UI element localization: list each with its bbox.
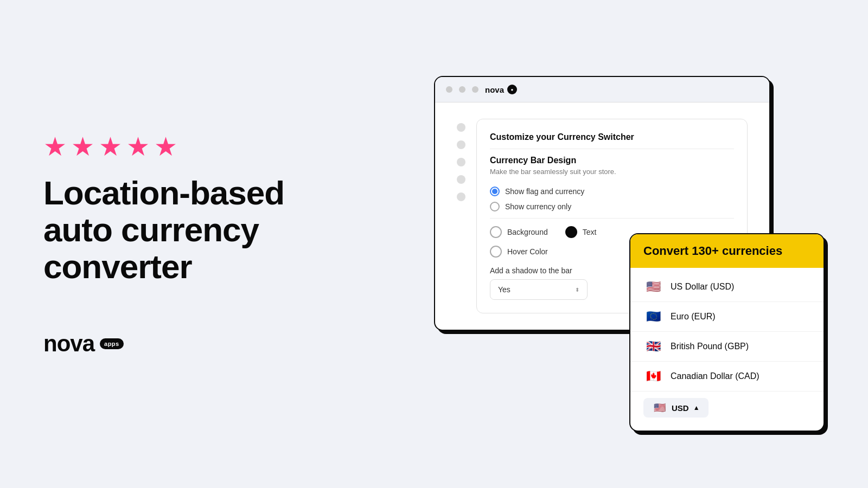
- hover-color-circle[interactable]: [490, 246, 502, 258]
- star-3: ★: [99, 131, 122, 162]
- browser-brand-badge: ●: [507, 85, 517, 94]
- flag-usd: 🇺🇸: [643, 280, 663, 294]
- dot-3: [472, 86, 478, 93]
- flag-eur: 🇪🇺: [643, 310, 663, 324]
- star-5: ★: [154, 131, 177, 162]
- bg-color-circle[interactable]: [490, 226, 502, 238]
- divider-mid: [490, 218, 734, 219]
- flag-selected: 🇺🇸: [652, 402, 667, 413]
- selected-currency-code: USD: [672, 403, 689, 413]
- currency-item-cad[interactable]: 🇨🇦 Canadian Dollar (CAD): [630, 362, 824, 391]
- section-title: Currency Bar Design: [490, 156, 734, 165]
- divider-top: [490, 149, 734, 149]
- shadow-select[interactable]: Yes ⬍: [490, 279, 588, 300]
- sidebar-dot-5: [457, 192, 465, 201]
- right-panel: nova ● Customize your Currency Switcher …: [434, 54, 825, 434]
- sidebar-dot-4: [457, 175, 465, 184]
- browser-brand-name: nova: [485, 85, 504, 94]
- sidebar-dot-2: [457, 140, 465, 149]
- currency-header: Convert 130+ currencies: [630, 234, 824, 268]
- star-1: ★: [43, 131, 67, 162]
- currency-name-eur: Euro (EUR): [671, 312, 716, 322]
- radio-flag-currency[interactable]: [490, 187, 500, 196]
- text-color-label: Text: [583, 228, 597, 236]
- dot-2: [459, 86, 465, 93]
- shadow-value: Yes: [498, 285, 510, 294]
- radio-row-2[interactable]: Show currency only: [490, 202, 734, 211]
- up-arrow-icon: ▲: [693, 404, 700, 412]
- currency-card: Convert 130+ currencies 🇺🇸 US Dollar (US…: [629, 233, 825, 432]
- sidebar-dot-1: [457, 123, 465, 132]
- star-4: ★: [126, 131, 150, 162]
- nova-logo: nova apps: [43, 331, 315, 357]
- currency-item-gbp[interactable]: 🇬🇧 British Pound (GBP): [630, 332, 824, 362]
- headline: Location-based auto currency converter: [43, 175, 315, 286]
- bg-color-label: Background: [507, 228, 548, 236]
- text-color-circle[interactable]: [565, 226, 577, 238]
- browser-brand: nova ●: [485, 85, 517, 94]
- flag-gbp: 🇬🇧: [643, 339, 663, 354]
- nova-logo-text: nova: [43, 331, 94, 357]
- select-arrows-icon: ⬍: [575, 287, 579, 293]
- radio-row-1[interactable]: Show flag and currency: [490, 187, 734, 196]
- section-subtitle: Make the bar seamlessly suit your store.: [490, 168, 734, 176]
- browser-topbar: nova ●: [435, 77, 769, 102]
- bg-color-item[interactable]: Background: [490, 226, 548, 238]
- currency-item-eur[interactable]: 🇪🇺 Euro (EUR): [630, 302, 824, 332]
- dot-1: [446, 86, 452, 93]
- radio-label-1: Show flag and currency: [505, 187, 584, 196]
- form-title: Customize your Currency Switcher: [490, 132, 734, 142]
- currency-name-usd: US Dollar (USD): [671, 282, 734, 292]
- sidebar-dot-3: [457, 158, 465, 166]
- flag-cad: 🇨🇦: [643, 369, 663, 383]
- currency-name-cad: Canadian Dollar (CAD): [671, 371, 760, 381]
- stars-row: ★ ★ ★ ★ ★: [43, 131, 315, 162]
- currency-item-usd[interactable]: 🇺🇸 US Dollar (USD): [630, 272, 824, 302]
- left-panel: ★ ★ ★ ★ ★ Location-based auto currency c…: [43, 131, 315, 357]
- text-color-item[interactable]: Text: [565, 226, 597, 238]
- radio-label-2: Show currency only: [505, 202, 571, 211]
- selected-currency-bar[interactable]: 🇺🇸 USD ▲: [643, 398, 709, 418]
- star-2: ★: [71, 131, 94, 162]
- currency-name-gbp: British Pound (GBP): [671, 342, 749, 351]
- currency-list: 🇺🇸 US Dollar (USD) 🇪🇺 Euro (EUR) 🇬🇧 Brit…: [630, 268, 824, 431]
- nova-apps-badge: apps: [100, 338, 124, 349]
- sidebar-dots: [457, 119, 465, 313]
- hover-color-label: Hover Color: [507, 247, 548, 256]
- radio-currency-only[interactable]: [490, 202, 500, 211]
